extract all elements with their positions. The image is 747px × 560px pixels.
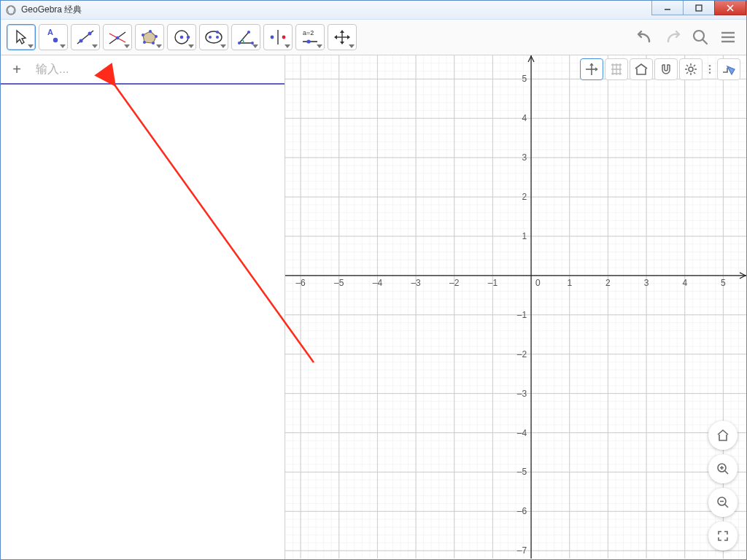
reflect-tool[interactable] bbox=[263, 24, 293, 50]
view-toolbar bbox=[580, 58, 740, 80]
menu-button[interactable] bbox=[716, 26, 740, 49]
app-icon bbox=[5, 4, 17, 16]
svg-text:4: 4 bbox=[682, 278, 687, 288]
svg-line-225 bbox=[694, 65, 695, 66]
svg-text:5: 5 bbox=[721, 278, 726, 288]
svg-text:1: 1 bbox=[522, 231, 527, 241]
svg-text:3: 3 bbox=[644, 278, 649, 288]
ellipse-tool[interactable] bbox=[199, 24, 228, 50]
svg-text:2: 2 bbox=[605, 278, 611, 288]
slider-tool[interactable]: a=2 bbox=[295, 24, 325, 50]
svg-line-224 bbox=[694, 72, 695, 74]
svg-point-14 bbox=[142, 34, 144, 36]
svg-point-15 bbox=[149, 30, 152, 33]
main-toolbar: Aa=2 bbox=[1, 20, 746, 55]
svg-text:–6: –6 bbox=[517, 506, 527, 516]
home-fab[interactable] bbox=[708, 421, 738, 450]
svg-point-228 bbox=[709, 69, 711, 71]
svg-point-17 bbox=[152, 42, 155, 44]
angle-tool[interactable] bbox=[231, 24, 260, 50]
svg-rect-2 bbox=[696, 5, 702, 11]
window-title: GeoGebra 经典 bbox=[21, 4, 82, 16]
move-tool[interactable] bbox=[7, 24, 36, 50]
svg-point-27 bbox=[247, 31, 250, 34]
svg-point-13 bbox=[143, 41, 146, 44]
svg-text:5: 5 bbox=[522, 74, 527, 84]
point-tool[interactable]: A bbox=[39, 24, 68, 50]
svg-text:A: A bbox=[47, 28, 53, 36]
svg-point-23 bbox=[216, 36, 219, 39]
app-window: GeoGebra 经典 Aa=2 + –6–5–4–3–2–1012345–7–… bbox=[0, 0, 747, 560]
minimize-button[interactable] bbox=[651, 1, 684, 15]
svg-point-21 bbox=[206, 31, 222, 43]
svg-text:4: 4 bbox=[522, 113, 527, 123]
svg-line-37 bbox=[703, 39, 707, 44]
fullscreen-fab[interactable] bbox=[708, 521, 738, 551]
input-row: + bbox=[1, 55, 285, 85]
svg-text:1: 1 bbox=[567, 278, 572, 288]
svg-text:–3: –3 bbox=[517, 389, 527, 399]
line-tool[interactable] bbox=[71, 24, 100, 50]
move-view-tool[interactable] bbox=[328, 24, 357, 50]
graphics-view[interactable]: –6–5–4–3–2–1012345–7–6–5–4–3–2–112345 bbox=[285, 55, 746, 559]
svg-point-6 bbox=[53, 38, 58, 42]
svg-point-12 bbox=[116, 36, 120, 40]
maximize-button[interactable] bbox=[683, 1, 715, 15]
window-buttons bbox=[652, 1, 746, 15]
svg-point-30 bbox=[282, 36, 286, 39]
floating-controls bbox=[708, 421, 738, 551]
algebra-panel: + bbox=[1, 55, 285, 559]
svg-point-20 bbox=[187, 36, 190, 39]
add-input-button[interactable]: + bbox=[1, 61, 33, 78]
grid-canvas: –6–5–4–3–2–1012345–7–6–5–4–3–2–112345 bbox=[285, 55, 746, 559]
svg-text:–4: –4 bbox=[373, 278, 383, 288]
svg-text:–2: –2 bbox=[517, 349, 527, 359]
show-grid[interactable] bbox=[605, 58, 628, 80]
undo-button[interactable] bbox=[632, 26, 657, 49]
svg-line-223 bbox=[686, 65, 688, 66]
svg-text:–6: –6 bbox=[295, 278, 306, 288]
svg-point-25 bbox=[238, 42, 241, 44]
svg-point-22 bbox=[209, 36, 212, 39]
svg-point-9 bbox=[88, 32, 92, 36]
svg-point-218 bbox=[689, 67, 693, 71]
svg-text:–7: –7 bbox=[517, 545, 527, 556]
home-view[interactable] bbox=[630, 58, 653, 80]
svg-text:0: 0 bbox=[535, 278, 541, 288]
svg-line-235 bbox=[725, 505, 729, 508]
svg-line-226 bbox=[686, 72, 688, 74]
svg-text:–2: –2 bbox=[449, 278, 460, 288]
svg-text:–4: –4 bbox=[517, 428, 527, 438]
close-button[interactable] bbox=[714, 1, 746, 15]
svg-point-229 bbox=[709, 72, 711, 74]
svg-text:–3: –3 bbox=[411, 278, 421, 288]
point-capture[interactable] bbox=[654, 58, 678, 80]
svg-text:3: 3 bbox=[522, 152, 527, 163]
svg-line-231 bbox=[725, 471, 729, 475]
svg-point-227 bbox=[709, 65, 711, 67]
svg-text:a=2: a=2 bbox=[303, 29, 314, 36]
svg-text:2: 2 bbox=[522, 192, 527, 202]
svg-text:–5: –5 bbox=[517, 467, 527, 477]
search-button[interactable] bbox=[688, 26, 713, 49]
svg-point-29 bbox=[271, 36, 274, 39]
graphics-view-menu[interactable] bbox=[717, 58, 740, 80]
svg-point-8 bbox=[80, 39, 83, 43]
svg-point-33 bbox=[306, 39, 310, 43]
svg-point-24 bbox=[216, 31, 219, 34]
vdots[interactable] bbox=[704, 58, 716, 80]
content-area: + –6–5–4–3–2–1012345–7–6–5–4–3–2–112345 bbox=[1, 55, 746, 559]
settings[interactable] bbox=[679, 58, 703, 80]
zoom-out-fab[interactable] bbox=[708, 488, 738, 517]
zoom-in-fab[interactable] bbox=[708, 454, 738, 483]
svg-text:–5: –5 bbox=[334, 278, 344, 288]
algebra-input[interactable] bbox=[33, 55, 285, 83]
circle-tool[interactable] bbox=[167, 24, 196, 50]
polygon-tool[interactable] bbox=[135, 24, 164, 50]
perpendicular-tool[interactable] bbox=[103, 24, 132, 50]
svg-text:–1: –1 bbox=[517, 310, 527, 320]
svg-point-19 bbox=[180, 36, 184, 39]
redo-button[interactable] bbox=[660, 26, 685, 49]
titlebar: GeoGebra 经典 bbox=[1, 1, 746, 20]
show-axes[interactable] bbox=[580, 58, 603, 80]
